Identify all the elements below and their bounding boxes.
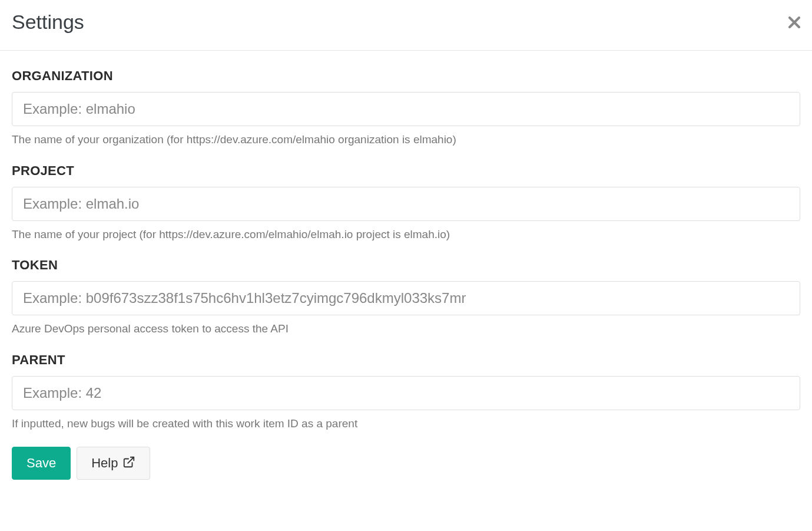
save-button[interactable]: Save	[12, 447, 71, 480]
help-button[interactable]: Help	[77, 447, 150, 480]
external-link-icon	[122, 456, 135, 471]
parent-label: PARENT	[12, 352, 800, 368]
token-input[interactable]	[12, 281, 800, 315]
parent-input[interactable]	[12, 376, 800, 410]
token-label: TOKEN	[12, 258, 800, 273]
project-help: The name of your project (for https://de…	[12, 227, 800, 243]
close-icon	[788, 12, 800, 32]
help-button-label: Help	[91, 457, 118, 470]
save-button-label: Save	[26, 457, 56, 470]
button-row: Save Help	[12, 447, 800, 480]
parent-group: PARENT If inputted, new bugs will be cre…	[12, 352, 800, 432]
project-group: PROJECT The name of your project (for ht…	[12, 163, 800, 243]
organization-help: The name of your organization (for https…	[12, 132, 800, 148]
page-title: Settings	[12, 11, 84, 34]
modal-body: ORGANIZATION The name of your organizati…	[0, 51, 812, 492]
parent-help: If inputted, new bugs will be created wi…	[12, 416, 800, 432]
organization-group: ORGANIZATION The name of your organizati…	[12, 68, 800, 148]
svg-line-0	[128, 457, 134, 463]
project-input[interactable]	[12, 187, 800, 221]
organization-label: ORGANIZATION	[12, 68, 800, 84]
close-button[interactable]	[788, 14, 800, 31]
project-label: PROJECT	[12, 163, 800, 179]
modal-header: Settings	[0, 0, 812, 51]
organization-input[interactable]	[12, 92, 800, 126]
settings-modal: Settings ORGANIZATION The name of your o…	[0, 0, 812, 492]
token-group: TOKEN Azure DevOps personal access token…	[12, 258, 800, 337]
token-help: Azure DevOps personal access token to ac…	[12, 321, 800, 337]
